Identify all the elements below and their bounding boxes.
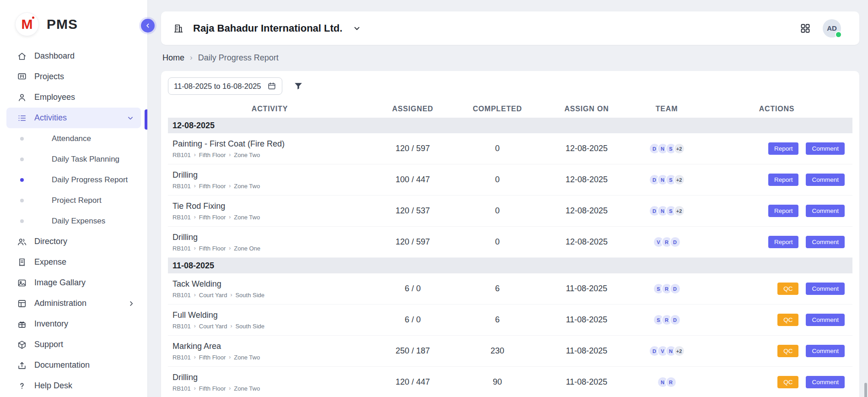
sidebar-subitem-daily-task-planning[interactable]: Daily Task Planning (0, 149, 147, 169)
team-overflow-badge[interactable]: +2 (674, 174, 685, 185)
team-overflow-badge[interactable]: +2 (674, 205, 685, 217)
sidebar-item-help-desk[interactable]: Help Desk (0, 375, 147, 396)
assigned-value: 6 / 0 (372, 284, 454, 294)
team-overflow-badge[interactable]: +2 (674, 143, 685, 154)
progress-report-table: ACTIVITY ASSIGNED COMPLETED ASSIGN ON TE… (168, 100, 852, 397)
team-avatars: S R D (632, 283, 701, 294)
column-header-completed: COMPLETED (454, 105, 541, 113)
breadcrumb-home[interactable]: Home (162, 53, 184, 63)
sidebar-subitem-project-report[interactable]: Project Report (0, 190, 147, 211)
column-header-assigned: ASSIGNED (372, 105, 454, 113)
activity-cell: Drilling RB101› Fifth Floor› Zone One (168, 233, 372, 252)
sidebar-item-support[interactable]: Support (0, 334, 147, 355)
qc-button[interactable]: QC (777, 283, 798, 295)
activity-cell: Marking Area RB101› Fifth Floor› Zone Tw… (168, 342, 372, 361)
qc-button[interactable]: QC (777, 376, 798, 388)
comment-button[interactable]: Comment (806, 174, 845, 186)
bullet-active-icon (20, 178, 24, 182)
chevron-down-icon (352, 24, 361, 33)
activity-name: Marking Area (173, 342, 372, 351)
chevron-left-icon (144, 22, 151, 29)
sidebar-item-expense[interactable]: Expense (0, 252, 147, 272)
activity-cell: Tie Rod Fixing RB101› Fifth Floor› Zone … (168, 201, 372, 221)
sidebar-item-directory[interactable]: Directory (0, 231, 147, 252)
activity-name: Painting - First Coat (Fire Red) (173, 139, 372, 149)
vertical-scrollbar-thumb[interactable] (864, 383, 867, 397)
assign-on-value: 12-08-2025 (541, 144, 632, 153)
gift-box-icon (17, 319, 27, 329)
comment-button[interactable]: Comment (806, 314, 845, 326)
completed-value: 0 (454, 175, 541, 185)
report-button[interactable]: Report (768, 142, 799, 155)
apps-grid-icon[interactable] (800, 23, 811, 34)
team-avatar: R (665, 376, 677, 388)
assigned-value: 120 / 537 (372, 206, 454, 216)
sidebar-item-administration[interactable]: Administration (0, 293, 147, 314)
company-selector[interactable]: Raja Bahadur International Ltd. (173, 22, 361, 34)
qc-button[interactable]: QC (777, 345, 798, 357)
activity-path: RB101› Fifth Floor› Zone Two (173, 385, 372, 392)
comment-button[interactable]: Comment (806, 205, 845, 217)
company-name: Raja Bahadur International Ltd. (193, 22, 342, 34)
completed-value: 0 (454, 206, 541, 216)
sidebar-item-employees[interactable]: Employees (0, 87, 147, 108)
report-button[interactable]: Report (768, 174, 799, 186)
assign-on-value: 11-08-2025 (541, 346, 632, 356)
sidebar-item-documentation[interactable]: Documentation (0, 355, 147, 375)
calendar-icon (267, 82, 276, 91)
chevron-right-icon: › (230, 292, 232, 298)
activity-path: RB101› Fifth Floor› Zone Two (173, 214, 372, 221)
list-icon (17, 113, 27, 123)
sidebar-item-label: Documentation (34, 360, 90, 370)
sidebar-item-label: Help Desk (34, 381, 72, 391)
row-actions: Report Comment (701, 205, 852, 217)
sidebar-subitem-daily-expenses[interactable]: Daily Expenses (0, 211, 147, 231)
activity-cell: Painting - First Coat (Fire Red) RB101› … (168, 139, 372, 158)
filter-funnel-icon[interactable] (293, 81, 303, 91)
user-avatar[interactable]: AD (823, 19, 841, 38)
bullet-icon (20, 219, 24, 223)
assigned-value: 100 / 447 (372, 175, 454, 185)
sidebar-item-projects[interactable]: Projects (0, 66, 147, 87)
comment-button[interactable]: Comment (806, 142, 845, 155)
sidebar-item-inventory[interactable]: Inventory (0, 314, 147, 334)
sidebar-item-image-gallery[interactable]: Image Gallary (0, 272, 147, 293)
chevron-right-icon: › (229, 354, 231, 360)
team-overflow-badge[interactable]: +2 (674, 345, 685, 357)
completed-value: 90 (454, 377, 541, 387)
activity-name: Tie Rod Fixing (173, 201, 372, 211)
assigned-value: 120 / 597 (372, 144, 454, 153)
sidebar-item-label: Activities (34, 113, 67, 123)
report-button[interactable]: Report (768, 205, 799, 217)
column-header-team: TEAM (632, 105, 701, 113)
chevron-right-icon: › (194, 183, 196, 189)
sidebar: M PMS Dashboard Projects Employees (0, 0, 148, 397)
sidebar-subitem-attendance[interactable]: Attendance (0, 128, 147, 149)
bullet-icon (20, 158, 24, 161)
chevron-right-icon: › (194, 292, 196, 298)
activity-path: RB101› Fifth Floor› Zone Two (173, 152, 372, 158)
sidebar-subitem-daily-progress-report[interactable]: Daily Progress Report (0, 169, 147, 190)
comment-button[interactable]: Comment (806, 376, 845, 388)
comment-button[interactable]: Comment (806, 236, 845, 248)
sidebar-item-label: Administration (34, 299, 86, 308)
date-range-input[interactable]: 11-08-2025 to 16-08-2025 (168, 77, 282, 95)
filter-row: 11-08-2025 to 16-08-2025 (168, 77, 852, 95)
sidebar-collapse-button[interactable] (141, 19, 155, 33)
comment-button[interactable]: Comment (806, 345, 845, 357)
chevron-down-icon (126, 114, 135, 122)
completed-value: 6 (454, 284, 541, 294)
people-icon (17, 237, 27, 247)
sidebar-item-dashboard[interactable]: Dashboard (0, 46, 147, 66)
activity-name: Drilling (173, 373, 372, 382)
table-row: Tie Rod Fixing RB101› Fifth Floor› Zone … (168, 196, 852, 227)
qc-button[interactable]: QC (777, 314, 798, 326)
report-button[interactable]: Report (768, 236, 799, 248)
sidebar-item-label: Directory (34, 237, 67, 246)
sidebar-item-activities[interactable]: Activities (6, 108, 141, 128)
comment-button[interactable]: Comment (806, 283, 845, 295)
assign-on-value: 12-08-2025 (541, 237, 632, 247)
sidebar-item-label: Projects (34, 72, 64, 82)
activity-cell: Drilling RB101› Fifth Floor› Zone Two (168, 170, 372, 190)
top-header: Raja Bahadur International Ltd. AD (161, 11, 859, 45)
